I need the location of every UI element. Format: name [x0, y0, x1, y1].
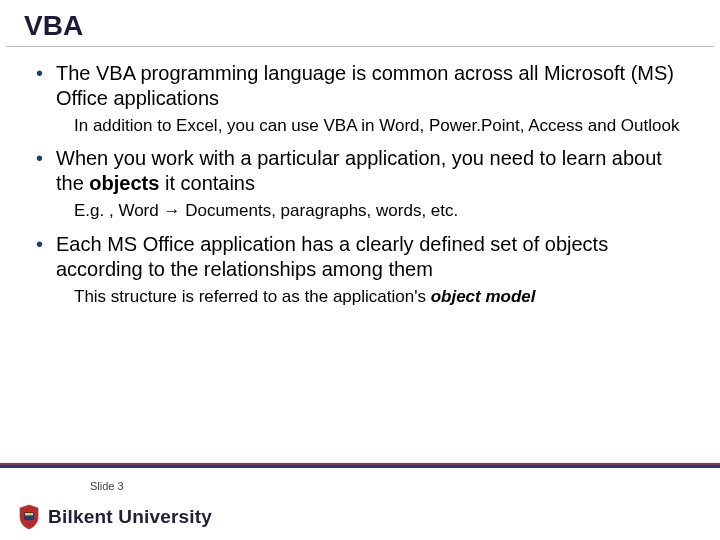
- crest-icon: [18, 504, 40, 530]
- bold-run: objects: [89, 172, 159, 194]
- text-run: This structure is referred to as the app…: [74, 287, 431, 306]
- sub-bullet-text: In addition to Excel, you can use VBA in…: [56, 111, 686, 142]
- slide-content: The VBA programming language is common a…: [0, 61, 720, 313]
- slide: VBA The VBA programming language is comm…: [0, 0, 720, 540]
- text-run: Documents, paragraphs, words, etc.: [180, 201, 458, 220]
- text-run: it contains: [159, 172, 255, 194]
- bullet-text: When you work with a particular applicat…: [56, 146, 686, 196]
- sub-bullet-text: This structure is referred to as the app…: [56, 282, 686, 313]
- sub-bullet-text: E.g. , Word → Documents, paragraphs, wor…: [56, 196, 686, 227]
- bullet-list: The VBA programming language is common a…: [34, 61, 686, 313]
- bullet-text: The VBA programming language is common a…: [56, 61, 686, 111]
- bold-italic-run: object model: [431, 287, 536, 306]
- bullet-item: When you work with a particular applicat…: [34, 146, 686, 227]
- university-name: Bilkent University: [48, 506, 212, 528]
- slide-number: Slide 3: [90, 480, 124, 492]
- bullet-text: Each MS Office application has a clearly…: [56, 232, 686, 282]
- footer-logo: Bilkent University: [18, 504, 212, 530]
- svg-rect-1: [25, 513, 33, 515]
- arrow-icon: →: [163, 201, 180, 220]
- bullet-item: The VBA programming language is common a…: [34, 61, 686, 142]
- footer-divider: [0, 463, 720, 468]
- bullet-item: Each MS Office application has a clearly…: [34, 232, 686, 313]
- text-run: E.g. , Word: [74, 201, 163, 220]
- slide-title: VBA: [6, 0, 714, 47]
